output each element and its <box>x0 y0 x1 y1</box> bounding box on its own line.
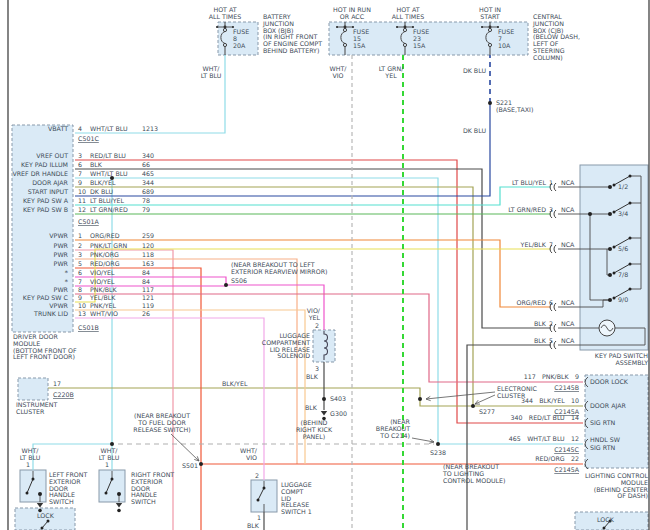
g300-label: G300 <box>330 410 347 417</box>
lcm-pin-label: HNDL SW <box>590 436 621 443</box>
rhs-label: RIGHT FRONTEXTERIORDOORHANDLESWITCH <box>131 471 174 505</box>
lcm-pin-label: SIG RTN <box>590 419 615 426</box>
wiring-diagram-canvas: 4WHT/LT BLU1213VBATT3RED/LT BLU340VREF O… <box>0 0 650 530</box>
keypad-assembly-label: KEY PAD SWITCHASSEMBLY <box>595 352 648 366</box>
ddm-circuit-number: 259 <box>142 232 154 239</box>
ddm-wire-color: PNK/YEL <box>90 302 117 309</box>
ddm-circuit-number: 66 <box>142 161 150 168</box>
wire-tag-whtvio: WHT/VIO <box>330 65 348 79</box>
lcm-connector: C2145B <box>554 384 579 391</box>
ddm-pin-label: DOOR AJAR <box>32 179 68 187</box>
kp-switch-label: 7/8 <box>618 271 628 278</box>
hot-label-1: HOT ATALL TIMES <box>209 6 241 20</box>
ddm-wire-color: RED/ORG <box>90 260 120 267</box>
lcm-pin-row: 117 PNK/BLK 9 <box>524 373 579 380</box>
kp-wire-color: BLK <box>534 320 547 327</box>
kick-panel-note: (BEHINDRIGHT KICKPANEL) <box>296 419 333 440</box>
ddm-circuit-number: 84 <box>142 278 150 285</box>
kp-wire-color: BLK <box>534 337 547 344</box>
hot-label-4: HOT INSTART <box>479 6 501 20</box>
ddm-circuit-number: 120 <box>142 242 154 249</box>
ddm-pin-number: 7 <box>78 170 82 177</box>
ddm-pin-number: 6 <box>78 269 82 276</box>
wire-tag-dkblu-2: DK BLU <box>463 127 486 134</box>
ddm-pin-number: 9 <box>78 179 82 186</box>
wire-tag-whtltblu-right: WHT/LT BLU <box>99 447 120 461</box>
solenoid-blk-tag: BLK <box>306 373 319 380</box>
ddm-wire-color: LT GRN/RED <box>90 206 128 213</box>
splice-dot <box>224 283 228 287</box>
kp-pin-number: 2 <box>549 320 553 327</box>
splice-dot <box>608 273 612 277</box>
s238-label: S238 <box>430 449 446 456</box>
handle-switch-icon <box>105 492 108 495</box>
wire-tag-vioyel: VIO/YEL <box>307 307 321 321</box>
keypad-switch-icon <box>629 237 632 240</box>
ddm-wire-color: RED/LT BLU <box>90 152 126 159</box>
lcm-connector: C2145C <box>554 446 579 453</box>
kp-pin-number: 7 <box>549 241 553 248</box>
kp-nca-label: NCA <box>561 241 575 248</box>
ddm-pin-number: 10 <box>78 302 86 309</box>
ddm-pin-label: VREF OUT <box>36 152 68 159</box>
ddm-wire-color: PNK/ORG <box>90 251 119 258</box>
ddm-circuit-number: 121 <box>142 294 154 301</box>
ls-pin1: 1 <box>257 514 261 521</box>
rhs-pin1: 1 <box>105 461 109 468</box>
wire-tag-blkyel: BLK/YEL <box>222 380 248 387</box>
kp-switch-label: 9/0 <box>618 296 628 303</box>
lock-switch-icon <box>603 527 606 530</box>
ddm-pin-label: * <box>65 269 68 276</box>
kp-pin-number: 6 <box>549 299 553 306</box>
kp-pin-number: 1 <box>549 179 553 186</box>
wire-tag-whtltblu-left: WHT/LT BLU <box>20 447 41 461</box>
ls-blk-tag: BLK <box>247 522 260 529</box>
bus-tap <box>481 26 483 28</box>
ddm-pin-number: 7 <box>78 278 82 285</box>
ddm-wire-color: PNK/BLK <box>90 286 118 293</box>
ddm-pin-label: START INPUT <box>28 188 68 195</box>
keypad-switch-icon <box>613 246 616 249</box>
splice-dot <box>608 185 612 189</box>
splice-dot <box>608 212 612 216</box>
ic-label: INSTRUMENTCLUSTER <box>16 401 58 415</box>
splice-dot <box>418 397 422 401</box>
bus-tap <box>216 26 218 28</box>
splice-dot <box>608 247 612 251</box>
splice-dot <box>117 492 121 496</box>
wire-pnkyel-119 <box>75 310 305 464</box>
ddm-circuit-number: 344 <box>142 179 154 186</box>
lcm-pin-row: 340 RED/LT BLU 14 <box>510 414 579 421</box>
ddm-circuit-number: 118 <box>142 251 154 258</box>
lcm-connector: C2145A <box>554 466 579 473</box>
lhs-label: LEFT FRONTEXTERIORDOORHANDLESWITCH <box>49 471 88 505</box>
ddm-circuit-number: 119 <box>142 302 154 309</box>
nb-lcm-note: (NEAR BREAKOUTTO LIGHTINGCONTROL MODULE) <box>442 463 506 484</box>
ddm-pin-number: 6 <box>78 161 82 168</box>
wire-tag-ltgrnyel: LT GRN/YEL <box>379 65 404 79</box>
instrument-cluster-box <box>18 378 48 400</box>
wire-tag-dkblu-1: DK BLU <box>463 67 486 74</box>
kp-switch-label: 5/6 <box>618 245 628 252</box>
pointer-arrow <box>426 392 495 399</box>
hot-label-3: HOT ATALL TIMES <box>392 6 424 20</box>
ddm-circuit-number: 84 <box>142 269 150 276</box>
solenoid-label: LUGGAGECOMPARTMENTLID RELEASESOLENOID <box>262 332 310 359</box>
s506-label: S506 <box>231 277 247 284</box>
ddm-circuit-number: 117 <box>142 286 154 293</box>
kp-nca-label: NCA <box>561 299 575 306</box>
lock-right-label: LOCK <box>597 516 615 523</box>
handle-switch-icon <box>111 478 114 481</box>
lcm-pin-label: DOOR LOCK <box>590 378 629 385</box>
ddm-wire-color: WHT/VIO <box>90 310 118 317</box>
s506-note: (NEAR BREAKOUT TO LEFTEXTERIOR REARVIEW … <box>231 261 327 275</box>
ddm-pin-number: 2 <box>78 242 82 249</box>
kp-pin-number: 5 <box>549 337 553 344</box>
ground-icon <box>117 509 121 513</box>
wire-tag-whtvio-bottom: WHT/VIO <box>240 447 258 461</box>
keypad-switch-icon <box>613 211 616 214</box>
splice-dot <box>471 404 475 408</box>
lock-left-label: LOCK <box>37 512 55 519</box>
conn-c501b: C501B <box>78 324 99 331</box>
ddm-pin-number: 9 <box>78 294 82 301</box>
